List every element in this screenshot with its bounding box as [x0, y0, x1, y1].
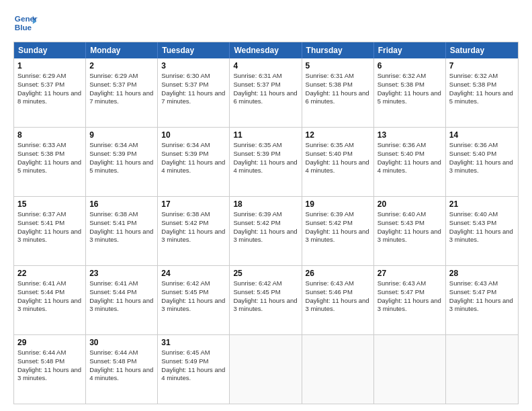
- sunset-line: Sunset: 5:43 PM: [378, 219, 442, 228]
- sunset-line: Sunset: 5:37 PM: [17, 81, 82, 89]
- svg-text:Blue: Blue: [15, 23, 32, 32]
- day-number: 1: [17, 61, 82, 71]
- day-number: 12: [306, 130, 370, 140]
- sunrise-line: Sunrise: 6:31 AM: [306, 72, 370, 81]
- day-number: 11: [233, 130, 298, 140]
- day-cell-28: 28Sunrise: 6:43 AMSunset: 5:47 PMDayligh…: [446, 266, 518, 334]
- daylight-line: Daylight: 11 hours and 5 minutes.: [449, 89, 515, 107]
- sunset-line: Sunset: 5:38 PM: [449, 81, 515, 89]
- calendar-row-4: 22Sunrise: 6:41 AMSunset: 5:44 PMDayligh…: [14, 265, 518, 334]
- day-cell-15: 15Sunrise: 6:37 AMSunset: 5:41 PMDayligh…: [14, 197, 86, 265]
- day-cell-14: 14Sunrise: 6:36 AMSunset: 5:40 PMDayligh…: [446, 128, 518, 196]
- sunrise-line: Sunrise: 6:38 AM: [161, 210, 226, 219]
- sunset-line: Sunset: 5:39 PM: [161, 150, 226, 158]
- daylight-line: Daylight: 11 hours and 4 minutes.: [89, 366, 154, 383]
- sunrise-line: Sunrise: 6:33 AM: [17, 141, 82, 150]
- sunset-line: Sunset: 5:47 PM: [449, 288, 515, 297]
- sunrise-line: Sunrise: 6:35 AM: [233, 141, 298, 150]
- daylight-line: Daylight: 11 hours and 3 minutes.: [17, 366, 82, 383]
- daylight-line: Daylight: 11 hours and 3 minutes.: [449, 158, 515, 176]
- daylight-line: Daylight: 11 hours and 8 minutes.: [17, 89, 82, 107]
- daylight-line: Daylight: 11 hours and 4 minutes.: [306, 158, 370, 176]
- daylight-line: Daylight: 11 hours and 4 minutes.: [233, 158, 298, 176]
- day-number: 9: [89, 130, 154, 140]
- day-number: 10: [161, 130, 226, 140]
- day-cell-20: 20Sunrise: 6:40 AMSunset: 5:43 PMDayligh…: [374, 197, 446, 265]
- sunrise-line: Sunrise: 6:30 AM: [161, 72, 226, 81]
- sunrise-line: Sunrise: 6:32 AM: [449, 72, 515, 81]
- day-cell-23: 23Sunrise: 6:41 AMSunset: 5:44 PMDayligh…: [86, 266, 158, 334]
- sunset-line: Sunset: 5:44 PM: [17, 288, 82, 297]
- sunset-line: Sunset: 5:45 PM: [161, 288, 226, 297]
- daylight-line: Daylight: 11 hours and 3 minutes.: [233, 228, 298, 245]
- sunset-line: Sunset: 5:40 PM: [306, 150, 370, 158]
- sunset-line: Sunset: 5:40 PM: [378, 150, 442, 158]
- sunrise-line: Sunrise: 6:42 AM: [161, 279, 226, 288]
- sunrise-line: Sunrise: 6:39 AM: [233, 210, 298, 219]
- day-number: 30: [89, 338, 154, 347]
- day-cell-25: 25Sunrise: 6:42 AMSunset: 5:45 PMDayligh…: [230, 266, 302, 334]
- day-cell-30: 30Sunrise: 6:44 AMSunset: 5:48 PMDayligh…: [86, 335, 158, 404]
- day-cell-27: 27Sunrise: 6:43 AMSunset: 5:47 PMDayligh…: [374, 266, 446, 334]
- day-cell-21: 21Sunrise: 6:40 AMSunset: 5:43 PMDayligh…: [446, 197, 518, 265]
- sunrise-line: Sunrise: 6:45 AM: [161, 349, 226, 357]
- sunrise-line: Sunrise: 6:34 AM: [89, 141, 154, 150]
- day-number: 31: [161, 338, 226, 347]
- day-number: 22: [17, 269, 82, 278]
- day-cell-5: 5Sunrise: 6:31 AMSunset: 5:38 PMDaylight…: [302, 58, 374, 127]
- day-number: 18: [233, 199, 298, 209]
- sunset-line: Sunset: 5:39 PM: [89, 150, 154, 158]
- day-number: 6: [378, 61, 442, 71]
- calendar-body: 1Sunrise: 6:29 AMSunset: 5:37 PMDaylight…: [14, 58, 518, 404]
- day-cell-6: 6Sunrise: 6:32 AMSunset: 5:38 PMDaylight…: [374, 58, 446, 127]
- sunrise-line: Sunrise: 6:36 AM: [449, 141, 515, 150]
- sunset-line: Sunset: 5:42 PM: [306, 219, 370, 228]
- day-cell-12: 12Sunrise: 6:35 AMSunset: 5:40 PMDayligh…: [302, 128, 374, 196]
- day-cell-19: 19Sunrise: 6:39 AMSunset: 5:42 PMDayligh…: [302, 197, 374, 265]
- sunrise-line: Sunrise: 6:35 AM: [306, 141, 370, 150]
- sunrise-line: Sunrise: 6:40 AM: [378, 210, 442, 219]
- calendar-row-1: 1Sunrise: 6:29 AMSunset: 5:37 PMDaylight…: [14, 58, 518, 127]
- header-day-saturday: Saturday: [446, 42, 518, 58]
- sunset-line: Sunset: 5:37 PM: [233, 81, 298, 89]
- day-number: 28: [449, 269, 515, 278]
- sunrise-line: Sunrise: 6:41 AM: [89, 279, 154, 288]
- sunrise-line: Sunrise: 6:43 AM: [306, 279, 370, 288]
- calendar-row-5: 29Sunrise: 6:44 AMSunset: 5:48 PMDayligh…: [14, 334, 518, 404]
- header-day-thursday: Thursday: [302, 42, 374, 58]
- day-number: 3: [161, 61, 226, 71]
- day-number: 13: [378, 130, 442, 140]
- day-cell-10: 10Sunrise: 6:34 AMSunset: 5:39 PMDayligh…: [158, 128, 230, 196]
- daylight-line: Daylight: 11 hours and 4 minutes.: [378, 158, 442, 176]
- daylight-line: Daylight: 11 hours and 5 minutes.: [89, 158, 154, 176]
- sunset-line: Sunset: 5:41 PM: [89, 219, 154, 228]
- sunset-line: Sunset: 5:44 PM: [89, 288, 154, 297]
- day-number: 16: [89, 199, 154, 209]
- header-day-monday: Monday: [86, 42, 158, 58]
- day-number: 8: [17, 130, 82, 140]
- day-cell-7: 7Sunrise: 6:32 AMSunset: 5:38 PMDaylight…: [446, 58, 518, 127]
- daylight-line: Daylight: 11 hours and 6 minutes.: [233, 89, 298, 107]
- daylight-line: Daylight: 11 hours and 3 minutes.: [161, 297, 226, 314]
- day-number: 4: [233, 61, 298, 71]
- daylight-line: Daylight: 11 hours and 3 minutes.: [378, 228, 442, 245]
- daylight-line: Daylight: 11 hours and 3 minutes.: [161, 228, 226, 245]
- sunrise-line: Sunrise: 6:44 AM: [17, 349, 82, 357]
- header: General Blue: [13, 11, 519, 35]
- day-number: 25: [233, 269, 298, 278]
- day-cell-4: 4Sunrise: 6:31 AMSunset: 5:37 PMDaylight…: [230, 58, 302, 127]
- empty-cell: [374, 335, 446, 404]
- sunset-line: Sunset: 5:48 PM: [17, 357, 82, 366]
- sunset-line: Sunset: 5:38 PM: [306, 81, 370, 89]
- empty-cell: [230, 335, 302, 404]
- daylight-line: Daylight: 11 hours and 3 minutes.: [306, 228, 370, 245]
- day-cell-1: 1Sunrise: 6:29 AMSunset: 5:37 PMDaylight…: [14, 58, 86, 127]
- day-cell-9: 9Sunrise: 6:34 AMSunset: 5:39 PMDaylight…: [86, 128, 158, 196]
- daylight-line: Daylight: 11 hours and 3 minutes.: [17, 228, 82, 245]
- daylight-line: Daylight: 11 hours and 3 minutes.: [233, 297, 298, 314]
- day-cell-17: 17Sunrise: 6:38 AMSunset: 5:42 PMDayligh…: [158, 197, 230, 265]
- day-number: 15: [17, 199, 82, 209]
- day-number: 7: [449, 61, 515, 71]
- day-number: 21: [449, 199, 515, 209]
- day-cell-24: 24Sunrise: 6:42 AMSunset: 5:45 PMDayligh…: [158, 266, 230, 334]
